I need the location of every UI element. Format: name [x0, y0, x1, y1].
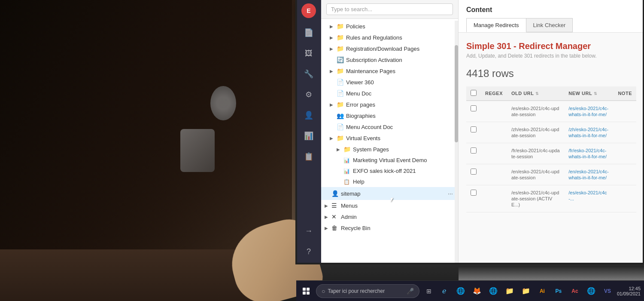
- taskbar-ie-icon[interactable]: ℯ: [438, 285, 450, 297]
- row-old-url: /en/esko-2021/c4c-update-session: [507, 164, 564, 185]
- tree-item-label: Menu Doc: [346, 90, 371, 97]
- tree-panel: ▶ 📁 Policies ▶ 📁 Rules and Regulations ▶…: [321, 0, 459, 264]
- taskbar-vscode-icon[interactable]: VS: [601, 285, 614, 297]
- content-tabs: Manage Redirects Link Checker: [466, 18, 636, 32]
- header-old-url[interactable]: OLD URL ⇅: [507, 86, 564, 101]
- tree-item-errorpages[interactable]: ▶ 📁 Error pages: [321, 99, 458, 110]
- user-avatar[interactable]: E: [301, 3, 316, 18]
- tab-manage-redirects[interactable]: Manage Redirects: [466, 18, 526, 32]
- task-view-button[interactable]: ⊞: [423, 285, 435, 297]
- tree-item-label: System Pages: [353, 146, 389, 153]
- tree-item-sitemap[interactable]: ▶ 👤 sitemap ···: [321, 187, 458, 200]
- row-checkbox[interactable]: [471, 126, 477, 132]
- row-note: [614, 185, 636, 212]
- tree-item-admin[interactable]: ▶ ✕ Admin: [321, 211, 458, 222]
- expand-arrow: ▶: [330, 136, 335, 141]
- tree-item-help[interactable]: ▶ 📋 Help: [321, 176, 458, 187]
- expand-arrow: ▶: [337, 147, 342, 152]
- row-checkbox[interactable]: [471, 169, 477, 175]
- header-checkbox: [466, 86, 481, 101]
- tree-item-rules[interactable]: ▶ 📁 Rules and Regulations: [321, 32, 458, 43]
- taskbar-chrome-icon[interactable]: 🌐: [487, 285, 499, 297]
- search-input[interactable]: [326, 3, 453, 15]
- row-checkbox-cell: [466, 143, 481, 164]
- scrollbar-thumb: [455, 45, 458, 143]
- row-regex: [481, 101, 507, 122]
- row-note: [614, 101, 636, 122]
- sidebar-item-help[interactable]: ?: [299, 242, 318, 261]
- taskbar-search-bar[interactable]: ○ Taper ici pour rechercher 🎤: [316, 284, 419, 298]
- row-checkbox[interactable]: [471, 190, 477, 196]
- chrome-icon: 🌐: [489, 287, 498, 295]
- row-checkbox[interactable]: [471, 105, 477, 111]
- pages-icon: 📄: [304, 28, 313, 37]
- tree-item-exfo[interactable]: ▶ 📊 EXFO sales kick-off 2021: [321, 166, 458, 176]
- row-old-url: /es/esko-2021/c4c-update-session (ACTIVE…: [507, 185, 564, 212]
- taskbar-firefox-icon[interactable]: 🦊: [471, 285, 483, 297]
- sidebar-item-pages[interactable]: 📄: [299, 23, 318, 42]
- expand-arrow: ▶: [325, 215, 330, 219]
- taskbar-photoshop-icon[interactable]: Ps: [553, 285, 565, 297]
- tree-item-policies[interactable]: ▶ 📁 Policies: [321, 21, 458, 32]
- row-old-url: /fr/esko-2021/c4c-update-session: [507, 143, 564, 164]
- file-explorer-icon: 📁: [505, 287, 514, 295]
- tree-item-systempages[interactable]: ▶ 📁 System Pages: [321, 144, 458, 155]
- sidebar-item-media[interactable]: 🖼: [299, 44, 318, 63]
- row-note: [614, 122, 636, 143]
- item-more-options[interactable]: ···: [446, 189, 455, 198]
- tree-item-maintenance[interactable]: ▶ 📁 Maintenance Pages: [321, 65, 458, 77]
- sidebar-item-list[interactable]: 📊: [299, 126, 318, 145]
- tree-scrollbar[interactable]: [455, 21, 458, 264]
- tree-item-registration[interactable]: ▶ 📁 Registration/Download Pages: [321, 43, 458, 54]
- tree-item-viewer360[interactable]: ▶ 📄 Viewer 360: [321, 77, 458, 88]
- page-icon: 📄: [337, 123, 344, 130]
- taskbar-icons: ℯ 🌐 🦊 🌐 📁 📁 Ai Ps Ac 🌐 VS: [438, 285, 614, 297]
- folder-icon: 📁: [337, 23, 344, 30]
- tree-item-virtualevents[interactable]: ▶ 📁 Virtual Events: [321, 132, 458, 144]
- tree-item-menuaccount[interactable]: ▶ 📄 Menu Account Doc: [321, 121, 458, 132]
- search-circle-icon: ○: [322, 288, 325, 295]
- select-all-checkbox[interactable]: [471, 90, 477, 96]
- taskbar-acrobat-icon[interactable]: Ac: [569, 285, 581, 297]
- list-icon: 📊: [304, 131, 313, 141]
- table-body: /es/esko-2021/c4c-update-session /es/esk…: [466, 101, 636, 212]
- tree-item-label: Registration/Download Pages: [346, 46, 419, 52]
- row-regex: [481, 185, 507, 212]
- taskbar-edge-icon[interactable]: 🌐: [455, 285, 467, 297]
- tree-item-label: Recycle Bin: [341, 225, 371, 231]
- tree-item-subscription[interactable]: ▶ 🔄 Subscription Activation: [321, 54, 458, 65]
- taskbar-folder-icon[interactable]: 📁: [520, 285, 532, 297]
- row-new-url: /es/esko-2021/c4c-...: [564, 185, 614, 212]
- folder-icon: 📁: [337, 101, 344, 108]
- taskbar-browser2-icon[interactable]: 🌐: [585, 285, 597, 297]
- row-new-url: /zh/esko-2021/c4c-whats-in-it-for-me/: [564, 122, 614, 143]
- header-new-url[interactable]: NEW URL ⇅: [564, 86, 614, 101]
- start-button[interactable]: [300, 285, 313, 298]
- tree-item-menudoc[interactable]: ▶ 📄 Menu Doc: [321, 88, 458, 99]
- content-panel-title: Content: [466, 6, 636, 14]
- sidebar-item-arrow[interactable]: →: [299, 221, 318, 240]
- sidebar-item-users[interactable]: 👤: [299, 106, 318, 125]
- row-new-url: /fr/esko-2021/c4c-whats-in-it-for-me/: [564, 143, 614, 164]
- row-checkbox-cell: [466, 122, 481, 143]
- row-checkbox[interactable]: [471, 147, 477, 154]
- row-regex: [481, 122, 507, 143]
- rows-count: 4418 rows: [466, 68, 636, 80]
- sidebar-item-tools[interactable]: 🔧: [299, 64, 318, 83]
- tab-link-checker[interactable]: Link Checker: [526, 18, 573, 32]
- taskbar-illustrator-icon[interactable]: Ai: [536, 285, 548, 297]
- tree-item-marketing-demo[interactable]: ▶ 📊 Marketing Virtual Event Demo: [321, 155, 458, 166]
- ie-icon: ℯ: [442, 287, 446, 295]
- tree-item-recycle-bin[interactable]: ▶ 🗑 Recycle Bin: [321, 222, 458, 233]
- desk-item-object: [180, 129, 215, 172]
- row-checkbox-cell: [466, 185, 481, 212]
- taskbar-explorer-icon[interactable]: 📁: [504, 285, 516, 297]
- tree-item-biographies[interactable]: ▶ 👥 Biographies: [321, 110, 458, 121]
- tree-item-label: Menu Account Doc: [346, 124, 393, 130]
- edge-icon: 🌐: [456, 287, 465, 295]
- sidebar-item-settings[interactable]: ⚙: [299, 85, 318, 104]
- redirect-manager-subtitle: Add, Update, and Delete 301 redirects in…: [466, 53, 636, 59]
- tree-item-menus[interactable]: ▶ ☰ Menus: [321, 200, 458, 211]
- row-old-url: /zh/esko-2021/c4c-update-session: [507, 122, 564, 143]
- sidebar-item-dashboard[interactable]: 📋: [299, 147, 318, 166]
